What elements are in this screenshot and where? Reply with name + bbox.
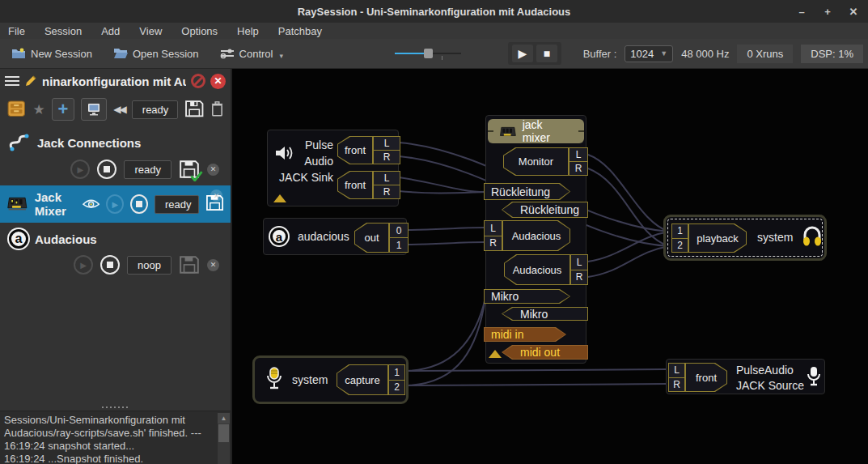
box-pulseaudio-jack-source[interactable]: L R front PulseAudio JACK Source	[666, 359, 825, 394]
port-group-audacious-out[interactable]: Audacious	[504, 254, 570, 285]
session-folder-icon[interactable]	[6, 100, 27, 119]
xruns-button[interactable]: 0 Xruns	[737, 45, 793, 63]
client-item-jack-mixer[interactable]: Jack Mixer ▶ ready ✕	[0, 185, 231, 223]
port-capture-1[interactable]: 1	[388, 364, 405, 381]
client-stop-button[interactable]	[130, 194, 148, 214]
open-session-button[interactable]: Open Session	[107, 44, 205, 63]
rewind-icon[interactable]: ◀◀	[113, 104, 125, 115]
port-group-front-2[interactable]: front	[337, 171, 373, 199]
cable[interactable]	[403, 298, 485, 371]
port-group-front[interactable]: front	[685, 363, 727, 392]
port-audacious-in-R[interactable]: R	[484, 236, 502, 252]
close-button[interactable]: ✕	[847, 6, 860, 18]
patchbay-canvas[interactable]: Pulse Audio JACK Sink front L R front L …	[232, 69, 868, 464]
port-group-front-1[interactable]: front	[337, 136, 373, 164]
dsp-load-indicator[interactable]: DSP: 1%	[801, 45, 863, 63]
cable[interactable]	[407, 228, 485, 230]
scroll-up-arrow[interactable]: ▲	[218, 413, 230, 424]
port-group-capture[interactable]: capture	[337, 364, 388, 395]
client-stop-button[interactable]	[97, 160, 116, 179]
port-front1-L[interactable]: L	[373, 136, 400, 151]
canvas-zoom-slider[interactable]	[395, 48, 461, 59]
port-rueckleitung-out[interactable]: Rückleitung	[502, 202, 588, 218]
port-midi-out[interactable]: midi out	[502, 345, 588, 360]
port-mikro-in[interactable]: Mikro	[484, 289, 570, 304]
client-item-audacious[interactable]: a Audacious ▶ noop ✕	[0, 223, 231, 281]
port-out-0[interactable]: 0	[389, 223, 409, 238]
menu-patchbay[interactable]: Patchbay	[278, 25, 322, 37]
client-close-icon[interactable]: ✕	[207, 164, 219, 176]
control-button[interactable]: Control ▾	[214, 44, 290, 63]
client-start-button[interactable]: ▶	[70, 160, 90, 179]
port-front2-R[interactable]: R	[373, 185, 400, 199]
menu-file[interactable]: File	[8, 25, 25, 37]
box-system-capture[interactable]: system capture 1 2	[252, 355, 409, 404]
client-stop-button[interactable]	[100, 255, 120, 275]
port-front2-L[interactable]: L	[373, 171, 400, 185]
port-capture-2[interactable]: 2	[388, 380, 405, 396]
buffer-size-combo[interactable]: 1024 ▼	[625, 45, 673, 62]
client-close-icon[interactable]: ✕	[210, 189, 222, 202]
transport-play-button[interactable]: ▶	[512, 45, 533, 62]
port-front-L[interactable]: L	[668, 363, 685, 378]
port-group-monitor[interactable]: Monitor	[503, 147, 569, 176]
client-save-icon[interactable]	[179, 255, 200, 275]
jack-mixer-header[interactable]: jack mixer	[488, 119, 584, 143]
client-start-button[interactable]: ▶	[106, 194, 124, 214]
favorite-star-icon[interactable]: ★	[33, 101, 45, 118]
port-out-1[interactable]: 1	[389, 237, 409, 253]
box-system-playback[interactable]: 1 2 playback system	[663, 215, 827, 261]
gui-visible-eye-icon[interactable]	[83, 198, 100, 211]
cable[interactable]	[403, 369, 667, 371]
port-front-R[interactable]: R	[668, 377, 685, 393]
add-client-button[interactable]: +	[52, 98, 74, 121]
port-audacious-out-R[interactable]: R	[570, 270, 588, 286]
port-audacious-out-L[interactable]: L	[570, 254, 588, 270]
port-playback-1[interactable]: 1	[671, 223, 688, 239]
menu-view[interactable]: View	[139, 25, 162, 37]
menu-session[interactable]: Session	[44, 25, 82, 37]
close-session-button[interactable]: ✕	[210, 74, 226, 89]
zoom-slider-handle[interactable]	[424, 49, 433, 58]
rename-pencil-icon[interactable]	[24, 74, 37, 87]
port-monitor-L[interactable]: L	[569, 147, 588, 162]
log-scrollbar[interactable]: ▲ ▼	[218, 413, 230, 464]
new-session-button[interactable]: New Session	[5, 44, 99, 63]
port-group-out[interactable]: out	[354, 223, 389, 253]
client-start-button[interactable]: ▶	[74, 255, 93, 275]
port-mikro-out[interactable]: Mikro	[502, 307, 588, 321]
maximize-button[interactable]: +	[821, 6, 834, 18]
trash-icon[interactable]	[210, 100, 224, 118]
show-gui-button[interactable]	[81, 98, 107, 121]
port-audacious-in-L[interactable]: L	[484, 220, 502, 236]
cable[interactable]	[588, 246, 669, 277]
client-item-jack-connections[interactable]: Jack Connections ▶ ready ✕	[0, 126, 231, 185]
menu-add[interactable]: Add	[101, 25, 120, 37]
cable[interactable]	[403, 384, 667, 385]
box-pulseaudio-jack-sink[interactable]: Pulse Audio JACK Sink front L R front L …	[267, 130, 399, 206]
abort-session-icon[interactable]	[191, 74, 205, 88]
minimize-button[interactable]: –	[795, 6, 808, 18]
transport-stop-button[interactable]: ■	[536, 45, 557, 62]
port-front1-R[interactable]: R	[373, 150, 400, 164]
box-jack-mixer[interactable]: jack mixer Monitor L R Rückleitung Rückl…	[484, 115, 588, 364]
cable[interactable]	[588, 155, 669, 232]
menu-help[interactable]: Help	[237, 25, 259, 37]
port-group-audacious-in[interactable]: Audacious	[502, 220, 570, 251]
box-audacious[interactable]: a audacious out 0 1	[263, 218, 407, 255]
client-save-icon[interactable]	[179, 160, 200, 179]
menu-options[interactable]: Options	[181, 25, 218, 37]
cable[interactable]	[399, 177, 485, 192]
cable[interactable]	[407, 242, 485, 245]
port-monitor-R[interactable]: R	[569, 161, 588, 176]
box-unfold-triangle[interactable]	[489, 350, 502, 358]
cable[interactable]	[588, 232, 669, 262]
port-midi-in[interactable]: midi in	[484, 327, 566, 342]
port-group-playback[interactable]: playback	[688, 223, 747, 253]
session-menu-icon[interactable]	[5, 76, 19, 86]
port-playback-2[interactable]: 2	[671, 238, 688, 253]
save-session-icon[interactable]	[184, 100, 205, 119]
sidebar-splitter[interactable]	[0, 404, 231, 411]
port-rueckleitung-in[interactable]: Rückleitung	[484, 183, 570, 200]
message-log[interactable]: Sessions/Uni-Seminarkonfiguration mit Au…	[0, 411, 231, 464]
